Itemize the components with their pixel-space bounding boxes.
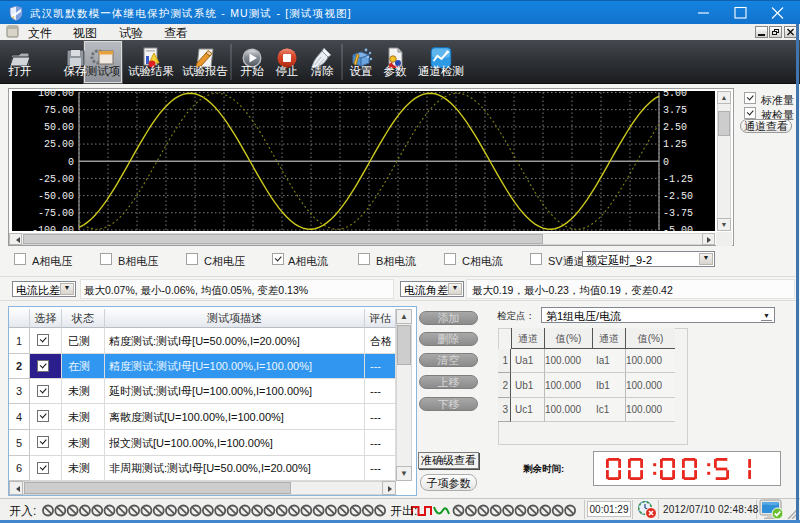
svg-text:-50.00: -50.00 xyxy=(38,191,74,202)
svg-text:-75.00: -75.00 xyxy=(38,208,74,219)
svg-text:-25.00: -25.00 xyxy=(38,174,74,185)
svg-text:-5.00: -5.00 xyxy=(663,225,693,231)
svg-text:-3.75: -3.75 xyxy=(663,208,693,219)
svg-text:-100.00: -100.00 xyxy=(32,225,74,231)
svg-text:-1.25: -1.25 xyxy=(663,174,693,185)
svg-text:50.00: 50.00 xyxy=(44,122,74,133)
svg-text:75.00: 75.00 xyxy=(44,105,74,116)
svg-text:25.00: 25.00 xyxy=(44,139,74,150)
svg-text:0: 0 xyxy=(663,157,669,168)
svg-text:0: 0 xyxy=(68,157,74,168)
svg-text:-2.50: -2.50 xyxy=(663,191,693,202)
svg-text:1.25: 1.25 xyxy=(663,139,687,150)
svg-text:100.00: 100.00 xyxy=(38,91,74,99)
svg-text:3.75: 3.75 xyxy=(663,105,687,116)
svg-text:2.50: 2.50 xyxy=(663,122,687,133)
svg-text:5.00: 5.00 xyxy=(663,91,687,99)
